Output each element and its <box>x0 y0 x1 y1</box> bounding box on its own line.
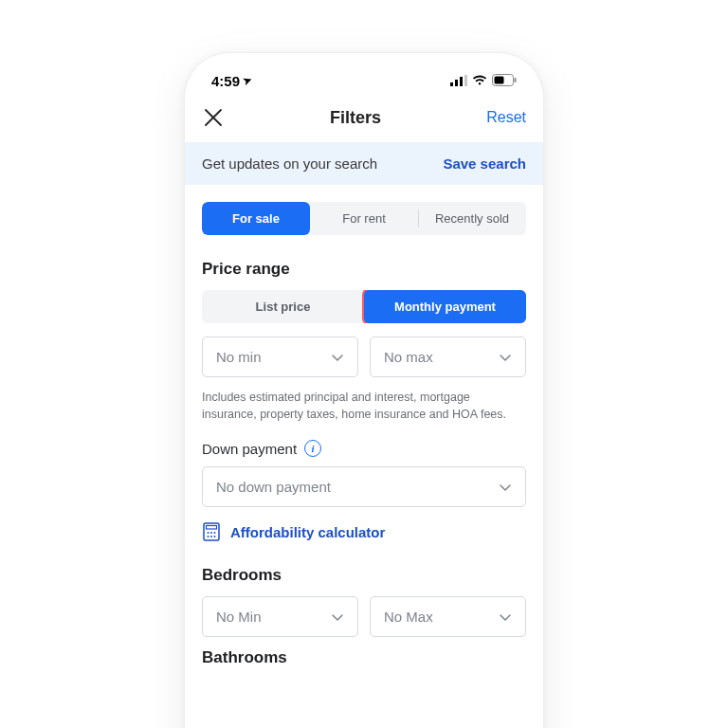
tab-list-price[interactable]: List price <box>202 290 364 323</box>
svg-rect-1 <box>455 80 458 86</box>
filters-header: Filters Reset <box>185 97 543 142</box>
banner-text: Get updates on your search <box>202 155 377 172</box>
chevron-down-icon <box>331 351 344 364</box>
bedrooms-title: Bedrooms <box>202 566 526 585</box>
calculator-icon <box>202 522 221 541</box>
reset-button[interactable]: Reset <box>486 109 526 126</box>
affordability-calculator-link[interactable]: Affordability calculator <box>202 522 526 541</box>
chevron-down-icon <box>499 351 512 364</box>
svg-rect-2 <box>460 77 463 86</box>
svg-point-11 <box>214 532 216 534</box>
svg-point-14 <box>214 536 216 537</box>
bathrooms-title: Bathrooms <box>202 648 526 667</box>
save-search-button[interactable]: Save search <box>443 155 526 172</box>
page-title: Filters <box>330 108 381 128</box>
save-search-banner: Get updates on your search Save search <box>185 142 543 185</box>
signal-icon <box>450 73 467 89</box>
svg-rect-3 <box>464 75 467 86</box>
bedrooms-max-value: No Max <box>384 609 433 625</box>
bedrooms-max-select[interactable]: No Max <box>370 596 526 637</box>
close-icon <box>203 107 224 128</box>
battery-icon <box>492 73 517 89</box>
price-max-select[interactable]: No max <box>370 337 526 377</box>
status-time: 4:59 <box>211 73 240 89</box>
bedrooms-min-select[interactable]: No Min <box>202 596 358 637</box>
price-mode-tabs: List price Monthly payment <box>202 290 526 323</box>
price-max-value: No max <box>384 349 433 365</box>
tab-for-rent[interactable]: For rent <box>310 202 418 235</box>
price-min-value: No min <box>216 349 262 365</box>
svg-point-9 <box>208 532 209 534</box>
wifi-icon <box>472 73 487 89</box>
price-min-select[interactable]: No min <box>202 337 358 377</box>
down-payment-select[interactable]: No down payment <box>202 466 526 507</box>
bedrooms-min-value: No Min <box>216 609 262 625</box>
close-button[interactable] <box>202 106 225 129</box>
price-fine-print: Includes estimated principal and interes… <box>202 389 526 423</box>
notch <box>283 53 445 82</box>
svg-rect-6 <box>515 78 517 82</box>
svg-point-12 <box>208 536 209 537</box>
down-payment-label-row: Down payment i <box>202 440 526 457</box>
svg-point-10 <box>210 532 212 534</box>
price-range-title: Price range <box>202 260 526 279</box>
listing-type-tabs: For sale For rent Recently sold <box>202 202 526 235</box>
info-icon[interactable]: i <box>304 440 321 457</box>
svg-rect-0 <box>450 82 453 86</box>
down-payment-value: No down payment <box>216 479 331 495</box>
svg-rect-8 <box>207 526 217 530</box>
chevron-down-icon <box>331 610 344 624</box>
phone-frame: 4:59 ➤ Filters Reset Get updates on your… <box>184 52 544 728</box>
location-arrow-icon: ➤ <box>242 73 254 87</box>
tab-recently-sold[interactable]: Recently sold <box>418 202 526 235</box>
tab-for-sale[interactable]: For sale <box>202 202 310 235</box>
down-payment-label: Down payment <box>202 441 297 457</box>
chevron-down-icon <box>499 481 512 494</box>
tab-monthly-payment[interactable]: Monthly payment <box>364 290 526 323</box>
chevron-down-icon <box>499 610 512 624</box>
affordability-link-label: Affordability calculator <box>230 524 385 540</box>
svg-rect-5 <box>495 76 504 83</box>
svg-point-13 <box>210 536 212 537</box>
